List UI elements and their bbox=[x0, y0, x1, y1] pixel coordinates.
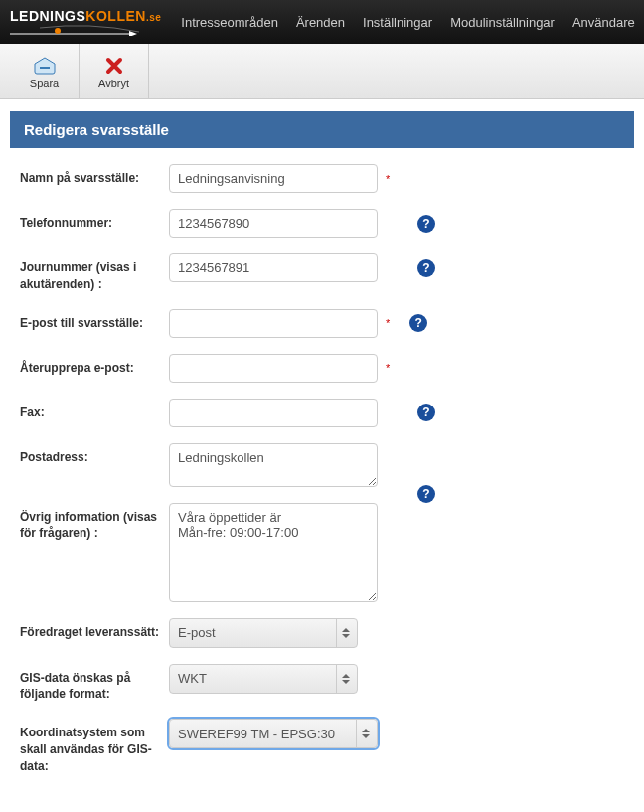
logo-text: LEDNINGSKOLLEN.se bbox=[10, 8, 161, 36]
nav-item-anvandare[interactable]: Användare bbox=[572, 15, 635, 30]
edit-form: Namn på svarsställe: * Telefonnummer: ? … bbox=[0, 148, 644, 807]
cancel-button[interactable]: Avbryt bbox=[80, 44, 149, 99]
delivery-select[interactable]: E-post bbox=[169, 618, 358, 648]
required-marker: * bbox=[386, 317, 390, 329]
label-phone: Telefonnummer: bbox=[20, 209, 169, 232]
label-fax: Fax: bbox=[20, 399, 169, 421]
svg-point-2 bbox=[55, 28, 61, 34]
name-input[interactable] bbox=[169, 164, 378, 193]
cancel-icon bbox=[104, 54, 124, 78]
logo-part1: LEDNINGS bbox=[10, 8, 85, 24]
nav-item-arenden[interactable]: Ärenden bbox=[296, 15, 345, 30]
save-icon bbox=[33, 54, 57, 78]
cancel-label: Avbryt bbox=[98, 78, 129, 89]
fax-input[interactable] bbox=[169, 399, 378, 427]
label-other: Övrig information (visas för frågaren) : bbox=[20, 503, 169, 543]
label-delivery: Föredraget leveranssätt: bbox=[20, 618, 169, 641]
required-marker: * bbox=[386, 362, 390, 374]
svg-rect-3 bbox=[40, 67, 50, 69]
help-icon[interactable]: ? bbox=[417, 215, 435, 233]
nav-item-installningar[interactable]: Inställningar bbox=[363, 15, 432, 30]
label-name: Namn på svarsställe: bbox=[20, 164, 169, 187]
label-post: Postadress: bbox=[20, 443, 169, 466]
save-label: Spara bbox=[30, 78, 59, 89]
help-icon[interactable]: ? bbox=[417, 404, 435, 421]
logo-swoosh-icon bbox=[10, 24, 149, 36]
save-button[interactable]: Spara bbox=[10, 44, 80, 99]
coord-system-select[interactable]: SWEREF99 TM - EPSG:30 bbox=[169, 719, 378, 748]
top-nav: LEDNINGSKOLLEN.se Intresseområden Ärende… bbox=[0, 0, 644, 44]
toolbar: Spara Avbryt bbox=[0, 44, 644, 99]
email-input[interactable] bbox=[169, 309, 378, 338]
label-coord: Koordinatsystem som skall användas för G… bbox=[20, 719, 169, 774]
label-email: E-post till svarsställe: bbox=[20, 309, 169, 332]
other-info-input[interactable]: Våra öppettider är Mån-fre: 09:00-17:00 bbox=[169, 503, 378, 602]
help-icon[interactable]: ? bbox=[417, 259, 435, 277]
gis-format-select[interactable]: WKT bbox=[169, 664, 358, 694]
required-marker: * bbox=[386, 173, 390, 185]
label-email2: Återupprepa e-post: bbox=[20, 354, 169, 377]
label-gisformat: GIS-data önskas på följande format: bbox=[20, 664, 169, 704]
logo[interactable]: LEDNINGSKOLLEN.se bbox=[10, 8, 161, 36]
jour-input[interactable] bbox=[169, 253, 378, 282]
phone-input[interactable] bbox=[169, 209, 378, 238]
logo-part2: KOLLEN bbox=[85, 8, 146, 24]
help-icon[interactable]: ? bbox=[417, 485, 435, 503]
post-input[interactable]: Ledningskollen bbox=[169, 443, 378, 487]
nav-item-modulinstallningar[interactable]: Modulinställningar bbox=[450, 15, 555, 30]
nav-items: Intresseområden Ärenden Inställningar Mo… bbox=[181, 15, 635, 30]
label-jour: Journummer (visas i akutärenden) : bbox=[20, 253, 169, 293]
page-title: Redigera svarsställe bbox=[10, 111, 634, 148]
nav-item-intresseomraden[interactable]: Intresseområden bbox=[181, 15, 278, 30]
help-icon[interactable]: ? bbox=[409, 314, 427, 332]
email-repeat-input[interactable] bbox=[169, 354, 378, 383]
logo-tld: .se bbox=[146, 12, 161, 23]
